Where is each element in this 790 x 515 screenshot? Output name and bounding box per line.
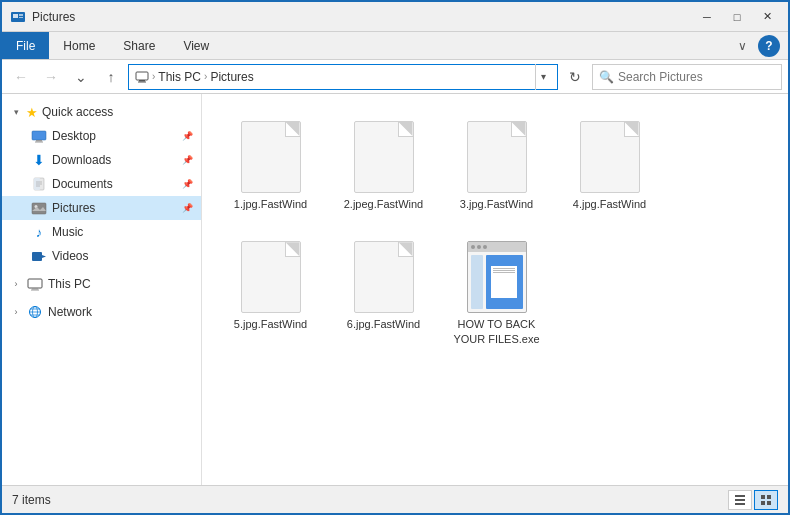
icon-view-button[interactable]	[754, 490, 778, 510]
items-label: items	[22, 493, 51, 507]
file-item-4[interactable]: 4.jpg.FastWind	[557, 106, 662, 218]
file-fold-3	[512, 122, 526, 136]
address-dropdown-button[interactable]: ▾	[535, 64, 551, 90]
howto-dot-3	[483, 245, 487, 249]
file-icon-wrap-4	[574, 113, 646, 193]
file-item-5[interactable]: 5.jpg.FastWind	[218, 226, 323, 353]
forward-button[interactable]: →	[38, 64, 64, 90]
svg-rect-32	[761, 495, 765, 499]
file-item-2[interactable]: 2.jpeg.FastWind	[331, 106, 436, 218]
generic-file-icon-6	[354, 241, 414, 313]
file-fold-2	[399, 122, 413, 136]
file-name-2: 2.jpeg.FastWind	[344, 197, 423, 211]
title-bar-left: Pictures	[10, 9, 75, 25]
up-button[interactable]: ↑	[98, 64, 124, 90]
file-item-6[interactable]: 6.jpg.FastWind	[331, 226, 436, 353]
network-section: › Network	[2, 298, 201, 326]
file-name-5: 5.jpg.FastWind	[234, 317, 307, 331]
title-bar: Pictures ─ □ ✕	[2, 2, 788, 32]
quick-access-label: Quick access	[42, 105, 113, 119]
file-item-1[interactable]: 1.jpg.FastWind	[218, 106, 323, 218]
ribbon-tabs: File Home Share View ∨ ?	[2, 32, 788, 60]
maximize-button[interactable]: □	[724, 7, 750, 27]
generic-file-icon-2	[354, 121, 414, 193]
expand-icon: ▾	[10, 106, 22, 118]
status-text: 7 items	[12, 493, 51, 507]
downloads-icon: ⬇	[30, 152, 48, 168]
file-icon-wrap-7	[461, 233, 533, 313]
tab-share[interactable]: Share	[109, 32, 169, 59]
svg-rect-23	[31, 289, 39, 290]
pin-icon-pictures: 📌	[182, 203, 193, 213]
svg-rect-10	[35, 141, 43, 142]
videos-label: Videos	[52, 249, 88, 263]
sidebar-item-pictures[interactable]: Pictures 📌	[2, 196, 201, 220]
recent-button[interactable]: ⌄	[68, 64, 94, 90]
howto-header	[468, 242, 526, 252]
search-icon: 🔍	[599, 70, 614, 84]
sidebar-item-downloads[interactable]: ⬇ Downloads 📌	[2, 148, 201, 172]
file-fold-1	[286, 122, 300, 136]
sidebar-item-documents[interactable]: Documents 📌	[2, 172, 201, 196]
close-button[interactable]: ✕	[754, 7, 780, 27]
thispc-icon	[26, 276, 44, 292]
title-bar-controls: ─ □ ✕	[694, 7, 780, 27]
file-icon-wrap-5	[235, 233, 307, 313]
tab-file[interactable]: File	[2, 32, 49, 59]
pictures-label: Pictures	[52, 201, 95, 215]
desktop-icon	[30, 128, 48, 144]
quick-access-section: ▾ ★ Quick access Desktop 📌 ⬇	[2, 98, 201, 270]
documents-label: Documents	[52, 177, 113, 191]
music-label: Music	[52, 225, 83, 239]
svg-rect-4	[136, 72, 148, 80]
sidebar-item-music[interactable]: ♪ Music	[2, 220, 201, 244]
file-fold-6	[399, 242, 413, 256]
network-icon	[26, 304, 44, 320]
file-item-7[interactable]: HOW TO BACK YOUR FILES.exe	[444, 226, 549, 353]
downloads-label: Downloads	[52, 153, 111, 167]
tab-home[interactable]: Home	[49, 32, 109, 59]
network-label: Network	[48, 305, 92, 319]
svg-rect-29	[735, 495, 745, 497]
list-view-button[interactable]	[728, 490, 752, 510]
svg-rect-3	[19, 17, 23, 18]
search-input[interactable]	[618, 70, 775, 84]
howto-content-panel	[486, 255, 523, 309]
svg-rect-2	[19, 14, 23, 16]
back-button[interactable]: ←	[8, 64, 34, 90]
file-icon-wrap-3	[461, 113, 533, 193]
quick-access-star-icon: ★	[26, 105, 38, 120]
svg-rect-5	[139, 80, 145, 82]
file-item-3[interactable]: 3.jpg.FastWind	[444, 106, 549, 218]
howto-file-icon	[467, 241, 527, 313]
sidebar-item-quick-access[interactable]: ▾ ★ Quick access	[2, 100, 201, 124]
addr-thispc: This PC	[158, 70, 201, 84]
tab-view[interactable]: View	[169, 32, 223, 59]
item-count: 7	[12, 493, 19, 507]
main-area: ▾ ★ Quick access Desktop 📌 ⬇	[2, 94, 788, 489]
file-name-7: HOW TO BACK YOUR FILES.exe	[449, 317, 544, 346]
sidebar-item-videos[interactable]: Videos	[2, 244, 201, 268]
ribbon-chevron-icon[interactable]: ∨	[730, 35, 754, 57]
ribbon-right: ∨ ?	[730, 35, 788, 57]
sidebar-item-thispc[interactable]: › This PC	[2, 272, 201, 296]
help-button[interactable]: ?	[758, 35, 780, 57]
addr-chevron-2: ›	[204, 71, 207, 82]
content-area: 1.jpg.FastWind 2.jpeg.FastWind 3.jpg.Fas…	[202, 94, 788, 489]
minimize-button[interactable]: ─	[694, 7, 720, 27]
file-name-3: 3.jpg.FastWind	[460, 197, 533, 211]
svg-rect-21	[28, 279, 42, 288]
svg-rect-19	[32, 252, 42, 261]
svg-rect-33	[767, 495, 771, 499]
address-parts: › This PC › Pictures	[135, 70, 535, 84]
file-name-1: 1.jpg.FastWind	[234, 197, 307, 211]
sidebar-item-network[interactable]: › Network	[2, 300, 201, 324]
address-bar[interactable]: › This PC › Pictures ▾	[128, 64, 558, 90]
svg-rect-1	[13, 14, 18, 18]
refresh-button[interactable]: ↻	[562, 64, 588, 90]
svg-rect-22	[32, 288, 38, 290]
svg-rect-6	[138, 81, 146, 82]
sidebar-item-desktop[interactable]: Desktop 📌	[2, 124, 201, 148]
generic-file-icon-4	[580, 121, 640, 193]
svg-rect-7	[32, 131, 46, 140]
